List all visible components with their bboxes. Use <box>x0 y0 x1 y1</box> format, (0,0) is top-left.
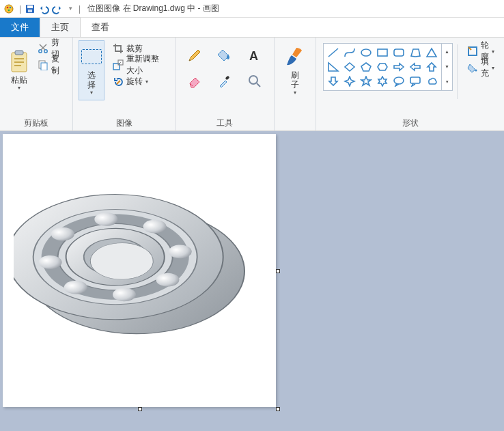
svg-point-27 <box>475 70 477 72</box>
group-shapes-label: 形状 <box>322 116 499 129</box>
group-shapes: ▲ ▼ ▾ 轮廓 ▾ 填充 ▾ 形状 <box>316 38 504 130</box>
shape-arrow-up-icon[interactable] <box>423 59 440 74</box>
svg-rect-23 <box>394 49 404 56</box>
svg-point-1 <box>7 6 9 8</box>
tab-bar: 文件 主页 查看 <box>0 18 504 37</box>
shape-fill-button[interactable]: 填充 ▾ <box>463 59 499 76</box>
shapes-gallery[interactable] <box>323 43 442 91</box>
tab-view[interactable]: 查看 <box>81 18 120 37</box>
group-image: 选 择 ▾ 裁剪 重新调整大小 <box>73 38 176 130</box>
shape-star4-icon[interactable] <box>341 74 358 89</box>
select-button[interactable]: 选 择 ▾ <box>79 40 104 100</box>
separator <box>457 44 458 99</box>
svg-rect-5 <box>27 5 33 8</box>
shape-diamond-icon[interactable] <box>341 59 358 74</box>
group-image-label: 图像 <box>79 116 169 129</box>
copy-label: 复制 <box>51 53 63 77</box>
rotate-label: 旋转 <box>126 76 143 87</box>
paste-label: 粘贴 <box>11 75 27 85</box>
shape-right-triangle-icon[interactable] <box>325 59 341 74</box>
chevron-down-icon: ▾ <box>18 85 20 91</box>
crop-label: 裁剪 <box>126 43 143 55</box>
shapes-scroll-up-icon[interactable]: ▲ <box>445 49 449 54</box>
group-tools: A 工具 <box>176 38 275 130</box>
svg-rect-19 <box>225 75 229 80</box>
resize-button[interactable]: 重新调整大小 <box>109 57 169 73</box>
shape-triangle-icon[interactable] <box>423 45 440 59</box>
group-brushes: 刷 子 ▾ <box>275 38 316 130</box>
fill-label: 填充 <box>481 56 489 79</box>
canvas-handle-bottom[interactable] <box>138 407 142 411</box>
outline-icon <box>467 46 478 57</box>
shape-polygon-icon[interactable] <box>407 45 423 59</box>
group-tools-label: 工具 <box>181 116 268 129</box>
shape-callout-rect-icon[interactable] <box>407 74 423 89</box>
select-rect-icon <box>81 46 102 68</box>
shape-star5-icon[interactable] <box>358 74 374 89</box>
canvas-handle-corner[interactable] <box>276 407 280 411</box>
shapes-scroll-down-icon[interactable]: ▼ <box>445 64 449 69</box>
svg-point-21 <box>361 49 371 56</box>
fill-bucket-icon <box>467 62 478 73</box>
tab-home[interactable]: 主页 <box>40 17 81 37</box>
crop-icon <box>113 43 124 54</box>
group-clipboard: 粘贴 ▾ 剪切 复制 剪贴板 <box>0 38 73 130</box>
copy-icon <box>38 59 48 70</box>
shape-callout-round-icon[interactable] <box>391 74 407 89</box>
brush-icon <box>284 46 306 68</box>
fill-tool[interactable] <box>215 46 234 65</box>
shape-arrow-down-icon[interactable] <box>325 74 341 89</box>
svg-rect-25 <box>410 77 420 83</box>
shape-oval-icon[interactable] <box>358 45 374 59</box>
separator: | <box>79 4 81 14</box>
shape-arrow-left-icon[interactable] <box>407 59 423 74</box>
undo-icon[interactable] <box>38 3 50 15</box>
svg-point-24 <box>394 77 404 84</box>
shape-line-icon[interactable] <box>325 45 341 59</box>
shape-star6-icon[interactable] <box>374 74 391 89</box>
magnifier-tool[interactable] <box>245 72 264 91</box>
eyedropper-tool[interactable] <box>215 72 234 91</box>
shape-callout-cloud-icon[interactable] <box>423 74 440 89</box>
group-clipboard-label: 剪贴板 <box>5 116 67 129</box>
clipboard-icon <box>8 51 30 72</box>
text-tool[interactable]: A <box>245 46 264 65</box>
shapes-scroll: ▲ ▼ ▾ <box>442 43 453 91</box>
svg-text:A: A <box>249 49 258 62</box>
title-bar: | ▼ | 位图图像 在 Drawing1.dwg 中 - 画图 <box>0 0 504 18</box>
canvas[interactable] <box>3 134 276 407</box>
shape-rect-icon[interactable] <box>374 45 391 59</box>
brushes-button[interactable]: 刷 子 ▾ <box>280 40 310 100</box>
shape-curve-icon[interactable] <box>341 45 358 59</box>
redo-icon[interactable] <box>51 3 64 15</box>
select-label: 选 择 <box>87 70 96 89</box>
canvas-content-bearing <box>14 145 260 391</box>
chevron-down-icon: ▾ <box>492 65 494 71</box>
svg-rect-22 <box>378 49 387 56</box>
separator: | <box>19 4 21 14</box>
ribbon: 粘贴 ▾ 剪切 复制 剪贴板 <box>0 37 504 131</box>
save-icon[interactable] <box>24 3 36 15</box>
eraser-tool[interactable] <box>185 72 204 91</box>
scissors-icon <box>38 43 48 54</box>
shape-roundrect-icon[interactable] <box>391 45 407 59</box>
copy-button[interactable]: 复制 <box>33 57 67 73</box>
svg-point-20 <box>249 76 257 84</box>
rotate-button[interactable]: 旋转 ▾ <box>109 73 169 89</box>
qat-dropdown-icon[interactable]: ▼ <box>68 5 73 12</box>
paste-button[interactable]: 粘贴 ▾ <box>5 40 32 100</box>
shape-pentagon-icon[interactable] <box>358 59 374 74</box>
shape-arrow-right-icon[interactable] <box>391 59 407 74</box>
group-brushes-label <box>280 128 310 129</box>
canvas-handle-right[interactable] <box>276 269 280 273</box>
window-title: 位图图像 在 Drawing1.dwg 中 - 画图 <box>87 3 219 14</box>
tab-file[interactable]: 文件 <box>0 18 40 37</box>
chevron-down-icon: ▾ <box>145 79 148 85</box>
svg-rect-15 <box>41 63 47 70</box>
svg-point-2 <box>10 6 12 8</box>
pencil-tool[interactable] <box>185 46 204 65</box>
shapes-expand-icon[interactable]: ▾ <box>446 79 449 85</box>
resize-icon <box>113 59 124 70</box>
work-area <box>0 131 504 431</box>
shape-hexagon-icon[interactable] <box>374 59 391 74</box>
